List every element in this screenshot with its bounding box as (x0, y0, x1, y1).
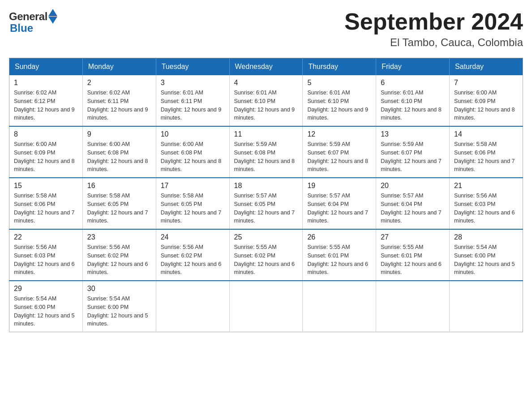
table-row: 8 Sunrise: 6:00 AMSunset: 6:09 PMDayligh… (9, 126, 83, 178)
day-number: 10 (161, 130, 225, 138)
table-row (376, 281, 450, 332)
table-row: 17 Sunrise: 5:58 AMSunset: 6:05 PMDaylig… (156, 178, 229, 229)
table-row: 7 Sunrise: 6:00 AMSunset: 6:09 PMDayligh… (450, 75, 523, 126)
table-row: 2 Sunrise: 6:02 AMSunset: 6:11 PMDayligh… (82, 75, 156, 126)
table-row: 30 Sunrise: 5:54 AMSunset: 6:00 PMDaylig… (82, 281, 156, 332)
calendar-week-row: 22 Sunrise: 5:56 AMSunset: 6:03 PMDaylig… (9, 229, 523, 281)
day-number: 24 (161, 233, 225, 241)
table-row: 11 Sunrise: 5:59 AMSunset: 6:08 PMDaylig… (229, 126, 303, 178)
day-number: 5 (307, 79, 371, 87)
day-info: Sunrise: 6:00 AMSunset: 6:09 PMDaylight:… (454, 89, 518, 122)
day-number: 18 (234, 182, 298, 190)
day-info: Sunrise: 5:56 AMSunset: 6:02 PMDaylight:… (87, 243, 151, 277)
calendar-title: September 2024 (344, 9, 523, 34)
table-row: 14 Sunrise: 5:58 AMSunset: 6:06 PMDaylig… (450, 126, 523, 178)
calendar-week-row: 15 Sunrise: 5:58 AMSunset: 6:06 PMDaylig… (9, 178, 523, 229)
table-row: 10 Sunrise: 6:00 AMSunset: 6:08 PMDaylig… (156, 126, 229, 178)
day-number: 26 (307, 233, 371, 241)
day-info: Sunrise: 6:02 AMSunset: 6:12 PMDaylight:… (14, 89, 78, 122)
table-row (450, 281, 523, 332)
col-wednesday: Wednesday (229, 58, 303, 76)
day-number: 22 (14, 233, 78, 241)
day-info: Sunrise: 5:58 AMSunset: 6:06 PMDaylight:… (14, 192, 78, 225)
day-info: Sunrise: 5:56 AMSunset: 6:02 PMDaylight:… (161, 243, 225, 277)
day-number: 3 (161, 79, 225, 87)
table-row: 1 Sunrise: 6:02 AMSunset: 6:12 PMDayligh… (9, 75, 83, 126)
table-row: 5 Sunrise: 6:01 AMSunset: 6:10 PMDayligh… (303, 75, 376, 126)
day-number: 15 (14, 182, 78, 190)
table-row: 13 Sunrise: 5:59 AMSunset: 6:07 PMDaylig… (376, 126, 450, 178)
day-number: 25 (234, 233, 298, 241)
day-number: 2 (87, 79, 151, 87)
day-info: Sunrise: 6:01 AMSunset: 6:10 PMDaylight:… (381, 89, 445, 122)
day-number: 28 (454, 233, 518, 241)
col-saturday: Saturday (450, 58, 523, 76)
day-number: 13 (381, 130, 445, 138)
day-info: Sunrise: 5:54 AMSunset: 6:00 PMDaylight:… (454, 243, 518, 277)
logo-general-text: General (9, 10, 47, 23)
calendar-title-area: September 2024 El Tambo, Cauca, Colombia (344, 9, 523, 49)
table-row (303, 281, 376, 332)
day-number: 6 (381, 79, 445, 87)
table-row: 9 Sunrise: 6:00 AMSunset: 6:08 PMDayligh… (82, 126, 156, 178)
table-row: 15 Sunrise: 5:58 AMSunset: 6:06 PMDaylig… (9, 178, 83, 229)
day-number: 23 (87, 233, 151, 241)
day-number: 16 (87, 182, 151, 190)
calendar-header-row: Sunday Monday Tuesday Wednesday Thursday… (9, 58, 523, 76)
day-info: Sunrise: 5:54 AMSunset: 6:00 PMDaylight:… (14, 295, 78, 328)
logo-triangle-up-icon (48, 9, 57, 16)
day-number: 4 (234, 79, 298, 87)
day-info: Sunrise: 5:59 AMSunset: 6:07 PMDaylight:… (381, 140, 445, 174)
day-info: Sunrise: 5:58 AMSunset: 6:05 PMDaylight:… (87, 192, 151, 225)
day-info: Sunrise: 5:57 AMSunset: 6:04 PMDaylight:… (381, 192, 445, 225)
day-info: Sunrise: 6:00 AMSunset: 6:09 PMDaylight:… (14, 140, 78, 174)
day-info: Sunrise: 6:02 AMSunset: 6:11 PMDaylight:… (87, 89, 151, 122)
day-info: Sunrise: 5:58 AMSunset: 6:06 PMDaylight:… (454, 140, 518, 174)
table-row: 16 Sunrise: 5:58 AMSunset: 6:05 PMDaylig… (82, 178, 156, 229)
calendar-table: Sunday Monday Tuesday Wednesday Thursday… (9, 58, 523, 332)
day-info: Sunrise: 6:01 AMSunset: 6:10 PMDaylight:… (234, 89, 298, 122)
day-number: 14 (454, 130, 518, 138)
table-row: 12 Sunrise: 5:59 AMSunset: 6:07 PMDaylig… (303, 126, 376, 178)
table-row: 21 Sunrise: 5:56 AMSunset: 6:03 PMDaylig… (450, 178, 523, 229)
day-number: 1 (14, 79, 78, 87)
table-row: 26 Sunrise: 5:55 AMSunset: 6:01 PMDaylig… (303, 229, 376, 281)
col-monday: Monday (82, 58, 156, 76)
table-row: 4 Sunrise: 6:01 AMSunset: 6:10 PMDayligh… (229, 75, 303, 126)
calendar-week-row: 8 Sunrise: 6:00 AMSunset: 6:09 PMDayligh… (9, 126, 523, 178)
logo: General Blue (9, 9, 57, 34)
day-number: 7 (454, 79, 518, 87)
table-row: 19 Sunrise: 5:57 AMSunset: 6:04 PMDaylig… (303, 178, 376, 229)
logo-blue-text: Blue (10, 22, 33, 34)
col-friday: Friday (376, 58, 450, 76)
day-info: Sunrise: 5:59 AMSunset: 6:08 PMDaylight:… (234, 140, 298, 174)
day-info: Sunrise: 5:54 AMSunset: 6:00 PMDaylight:… (87, 295, 151, 328)
day-info: Sunrise: 5:55 AMSunset: 6:01 PMDaylight:… (381, 243, 445, 277)
day-number: 20 (381, 182, 445, 190)
table-row: 3 Sunrise: 6:01 AMSunset: 6:11 PMDayligh… (156, 75, 229, 126)
day-info: Sunrise: 5:55 AMSunset: 6:02 PMDaylight:… (234, 243, 298, 277)
day-info: Sunrise: 5:58 AMSunset: 6:05 PMDaylight:… (161, 192, 225, 225)
col-sunday: Sunday (9, 58, 83, 76)
table-row: 22 Sunrise: 5:56 AMSunset: 6:03 PMDaylig… (9, 229, 83, 281)
day-info: Sunrise: 6:01 AMSunset: 6:10 PMDaylight:… (307, 89, 371, 122)
calendar-subtitle: El Tambo, Cauca, Colombia (344, 36, 523, 49)
page-header: General Blue September 2024 El Tambo, Ca… (9, 9, 523, 49)
table-row: 20 Sunrise: 5:57 AMSunset: 6:04 PMDaylig… (376, 178, 450, 229)
table-row: 29 Sunrise: 5:54 AMSunset: 6:00 PMDaylig… (9, 281, 83, 332)
table-row: 27 Sunrise: 5:55 AMSunset: 6:01 PMDaylig… (376, 229, 450, 281)
day-number: 11 (234, 130, 298, 138)
table-row: 24 Sunrise: 5:56 AMSunset: 6:02 PMDaylig… (156, 229, 229, 281)
day-info: Sunrise: 5:56 AMSunset: 6:03 PMDaylight:… (14, 243, 78, 277)
table-row (156, 281, 229, 332)
day-info: Sunrise: 5:57 AMSunset: 6:04 PMDaylight:… (307, 192, 371, 225)
day-number: 29 (14, 285, 78, 293)
day-number: 9 (87, 130, 151, 138)
day-info: Sunrise: 6:00 AMSunset: 6:08 PMDaylight:… (87, 140, 151, 174)
calendar-week-row: 1 Sunrise: 6:02 AMSunset: 6:12 PMDayligh… (9, 75, 523, 126)
day-info: Sunrise: 5:56 AMSunset: 6:03 PMDaylight:… (454, 192, 518, 225)
calendar-week-row: 29 Sunrise: 5:54 AMSunset: 6:00 PMDaylig… (9, 281, 523, 332)
day-info: Sunrise: 6:01 AMSunset: 6:11 PMDaylight:… (161, 89, 225, 122)
day-number: 12 (307, 130, 371, 138)
day-number: 8 (14, 130, 78, 138)
